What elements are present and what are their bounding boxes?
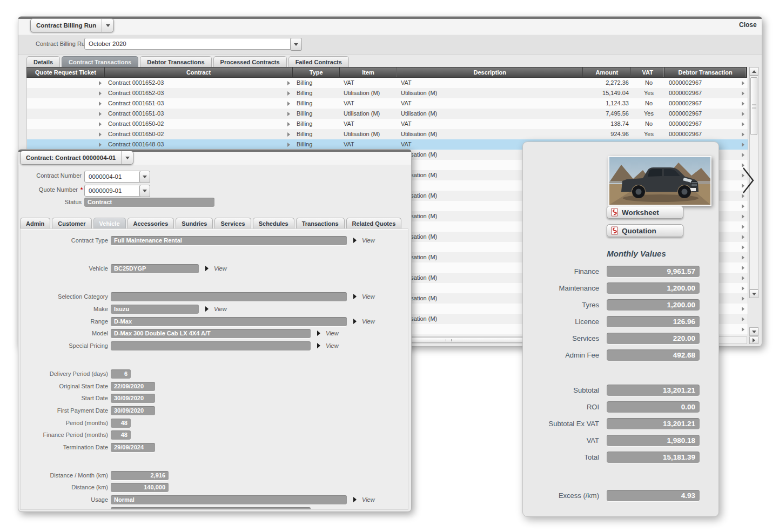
view-link[interactable]: View	[362, 292, 375, 301]
drill-arrow-icon[interactable]	[99, 132, 102, 137]
drill-arrow-icon[interactable]	[99, 143, 102, 147]
view-arrow-icon[interactable]	[317, 331, 320, 336]
drill-arrow-icon[interactable]	[742, 102, 744, 106]
contract-number-input[interactable]	[84, 171, 145, 183]
billing-run-input[interactable]	[84, 38, 296, 50]
drill-arrow-icon[interactable]	[742, 132, 744, 137]
drill-arrow-icon[interactable]	[99, 91, 102, 96]
tab-processed-contracts[interactable]: Processed Contracts	[213, 56, 287, 68]
worksheet-button[interactable]: Worksheet	[607, 206, 683, 219]
view-link[interactable]: View	[326, 329, 339, 338]
view-arrow-icon[interactable]	[353, 497, 357, 502]
table-row[interactable]: Contract 0001652-03BillingUtilisation (M…	[27, 88, 748, 98]
tab-related-quotes[interactable]: Related Quotes	[346, 218, 402, 229]
drill-arrow-icon[interactable]	[99, 81, 102, 85]
contract-number-dropdown-button[interactable]	[139, 171, 150, 183]
drill-arrow-icon[interactable]	[742, 286, 744, 291]
tab-schedules[interactable]: Schedules	[253, 218, 294, 229]
quote-number-dropdown-button[interactable]	[139, 185, 150, 197]
scroll-down-button[interactable]	[749, 289, 758, 298]
drill-arrow-icon[interactable]	[99, 112, 102, 116]
drill-arrow-icon[interactable]	[742, 297, 744, 301]
tab-services[interactable]: Services	[214, 218, 251, 229]
drill-arrow-icon[interactable]	[287, 122, 290, 126]
scroll-right-button[interactable]	[749, 336, 758, 344]
table-row[interactable]: Contract 0001650-02BillingUtilisation (M…	[27, 129, 748, 139]
drill-arrow-icon[interactable]	[742, 214, 744, 219]
next-record-chevron-icon[interactable]	[741, 165, 756, 196]
vertical-scrollbar-thumb[interactable]	[750, 77, 757, 135]
tab-admin[interactable]: Admin	[20, 218, 50, 229]
drill-arrow-icon[interactable]	[287, 132, 290, 137]
drill-arrow-icon[interactable]	[742, 204, 744, 208]
column-header-7[interactable]: Debtor Transaction	[664, 68, 747, 77]
drill-arrow-icon[interactable]	[99, 102, 102, 106]
contract-window-menu-button[interactable]: Contract: Contract 0000004-01	[20, 151, 133, 165]
drill-arrow-icon[interactable]	[742, 112, 744, 116]
chevron-down-icon[interactable]	[102, 19, 113, 32]
tab-details[interactable]: Details	[26, 56, 60, 68]
drill-arrow-icon[interactable]	[287, 91, 290, 96]
drill-arrow-icon[interactable]	[287, 143, 290, 147]
view-arrow-icon[interactable]	[353, 319, 357, 324]
billing-window-menu-button[interactable]: Contract Billing Run	[30, 18, 114, 32]
scroll-up-button[interactable]	[749, 67, 758, 76]
column-header-2[interactable]: Type	[293, 68, 340, 77]
tab-transactions[interactable]: Transactions	[296, 218, 345, 229]
tab-contract-transactions[interactable]: Contract Transactions	[62, 56, 138, 68]
view-arrow-icon[interactable]	[205, 266, 209, 271]
drill-arrow-icon[interactable]	[742, 317, 744, 321]
tab-sundries[interactable]: Sundries	[176, 218, 213, 229]
drill-arrow-icon[interactable]	[742, 245, 744, 250]
view-link[interactable]: View	[362, 236, 375, 245]
drill-arrow-icon[interactable]	[742, 153, 744, 157]
billing-run-dropdown-button[interactable]	[290, 38, 302, 51]
tab-failed-contracts[interactable]: Failed Contracts	[288, 56, 349, 68]
column-header-6[interactable]: VAT	[631, 68, 664, 77]
quotation-button[interactable]: Quotation	[607, 224, 683, 237]
view-link[interactable]: View	[362, 317, 375, 326]
view-link[interactable]: View	[362, 495, 375, 504]
view-link[interactable]: View	[214, 264, 227, 273]
tab-customer[interactable]: Customer	[52, 218, 91, 229]
drill-arrow-icon[interactable]	[742, 81, 744, 85]
table-row[interactable]: Contract 0001651-03BillingVATVAT1,124.33…	[27, 98, 748, 109]
drill-arrow-icon[interactable]	[742, 327, 744, 332]
view-link[interactable]: View	[326, 341, 339, 351]
view-arrow-icon[interactable]	[353, 238, 357, 243]
tab-accessories[interactable]: Accessories	[127, 218, 174, 229]
drill-arrow-icon[interactable]	[742, 225, 744, 229]
view-arrow-icon[interactable]	[353, 294, 357, 299]
column-header-5[interactable]: Amount	[583, 68, 631, 77]
drill-arrow-icon[interactable]	[742, 276, 744, 280]
drill-arrow-icon[interactable]	[742, 235, 744, 239]
column-header-0[interactable]: Quote Request Ticket	[27, 68, 105, 77]
drill-arrow-icon[interactable]	[742, 307, 744, 311]
summary-label: Licence	[523, 316, 599, 327]
drill-arrow-icon[interactable]	[287, 102, 290, 106]
quote-number-input[interactable]	[84, 185, 145, 197]
drill-arrow-icon[interactable]	[742, 122, 744, 126]
column-header-4[interactable]: Description	[397, 68, 583, 77]
view-link[interactable]: View	[214, 305, 227, 314]
tab-debtor-transactions[interactable]: Debtor Transactions	[140, 56, 211, 68]
drill-arrow-icon[interactable]	[742, 143, 744, 147]
chevron-down-icon[interactable]	[121, 151, 133, 164]
drill-arrow-icon[interactable]	[742, 266, 744, 270]
table-row[interactable]: Contract 0001651-03BillingUtilisation (M…	[27, 109, 748, 119]
cell-quote-request-ticket	[27, 119, 105, 129]
close-button[interactable]: Close	[739, 21, 757, 29]
column-header-3[interactable]: Item	[340, 68, 397, 77]
view-arrow-icon[interactable]	[317, 343, 320, 348]
drill-arrow-icon[interactable]	[287, 112, 290, 116]
drill-arrow-icon[interactable]	[742, 255, 744, 260]
drill-arrow-icon[interactable]	[287, 81, 290, 85]
drill-arrow-icon[interactable]	[742, 91, 744, 96]
view-arrow-icon[interactable]	[205, 306, 209, 312]
scroll-down-button-2[interactable]	[749, 327, 758, 336]
table-row[interactable]: Contract 0001650-02BillingVATVAT138.74No…	[27, 119, 748, 129]
column-header-1[interactable]: Contract	[105, 68, 293, 77]
tab-vehicle[interactable]: Vehicle	[93, 218, 126, 229]
drill-arrow-icon[interactable]	[99, 122, 102, 126]
table-row[interactable]: Contract 0001652-03BillingVATVAT2,272.36…	[27, 78, 748, 88]
